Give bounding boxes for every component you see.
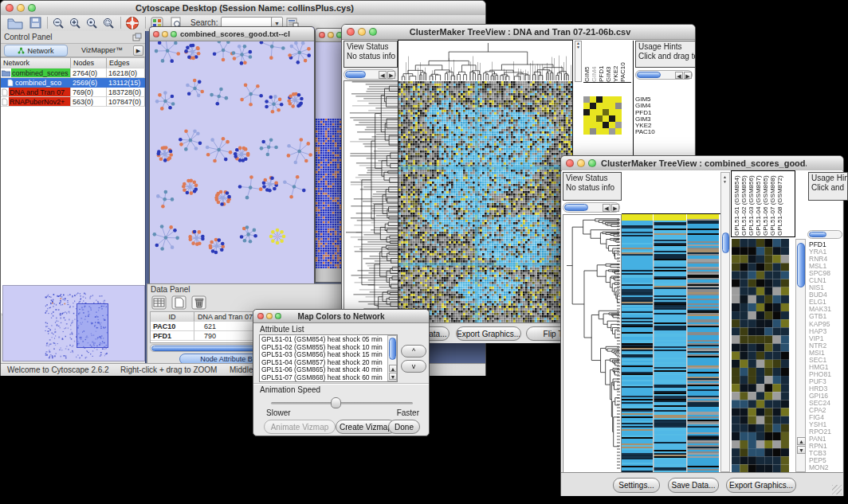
network-canvas[interactable] [150, 28, 312, 270]
mini-vscrollbar[interactable]: ▲▼ [575, 41, 582, 82]
tab-network[interactable]: Network [4, 45, 68, 57]
speed-slider-track[interactable] [271, 402, 413, 404]
network-row[interactable]: DNA and Tran 07 769(0) 183728(0) [1, 88, 145, 97]
close-icon[interactable] [319, 32, 325, 38]
gene-dendrogram[interactable] [344, 80, 399, 323]
zoom-out-icon[interactable] [52, 17, 65, 29]
scroll-up-icon[interactable]: ▲ [389, 365, 397, 372]
col-header-network[interactable]: Network [1, 58, 71, 68]
scroll-left-icon[interactable]: ◀ [675, 72, 683, 79]
attr-col-id[interactable]: ID [151, 312, 194, 322]
zoom-window-icon[interactable] [275, 313, 281, 319]
minimize-icon[interactable] [17, 4, 25, 12]
scroll-right-icon[interactable]: ▶ [611, 204, 619, 212]
window-controls[interactable] [1, 4, 41, 12]
scrollbar-thumb[interactable] [389, 338, 396, 360]
close-icon[interactable] [6, 4, 14, 12]
speed-slider-thumb[interactable] [331, 397, 341, 408]
attribute-list-vscrollbar[interactable]: ▲ ▼ [387, 335, 397, 381]
minimize-icon[interactable] [577, 159, 585, 167]
attribute-listbox[interactable]: GPL51-01 (GSM854) heat shock 05 minGPL51… [259, 334, 398, 382]
create-vizmap-button[interactable]: Create Vizmap [336, 420, 396, 434]
close-icon[interactable] [347, 28, 355, 36]
scrollbar-thumb[interactable] [345, 71, 366, 78]
col-header-nodes[interactable]: Nodes [71, 58, 107, 68]
global-heatmap[interactable] [398, 81, 572, 322]
delete-attribute-icon[interactable] [191, 295, 206, 310]
select-attributes-icon[interactable] [151, 295, 167, 310]
scrollbar-thumb[interactable] [564, 204, 588, 211]
gene-tree-hscrollbar[interactable]: ◀ ▶ [344, 69, 396, 80]
network-overview-canvas[interactable] [2, 285, 145, 361]
save-data-button[interactable]: Save Data... [668, 478, 719, 493]
array-dendrogram[interactable] [398, 41, 572, 80]
minimize-icon[interactable] [358, 28, 366, 36]
network-canvas-2[interactable] [316, 29, 341, 268]
help-lifering-icon[interactable] [125, 16, 139, 30]
minimize-icon[interactable] [162, 31, 168, 37]
save-session-icon[interactable] [29, 17, 42, 29]
close-icon[interactable] [153, 31, 159, 37]
scroll-right-icon[interactable]: ▶ [684, 72, 692, 79]
gene-dendrogram[interactable] [563, 214, 622, 474]
scroll-right-icon[interactable]: ▶ [387, 71, 395, 79]
tab-vizmapper[interactable]: VizMapper™ [74, 45, 130, 55]
network-row[interactable]: RNAPuberNov2+ 563(0) 107847(0) [1, 97, 145, 107]
zoom-in-icon[interactable] [69, 17, 82, 29]
close-icon[interactable] [257, 313, 264, 319]
zoom-heatmap[interactable] [732, 239, 789, 472]
scroll-left-icon[interactable]: ◀ [379, 71, 387, 79]
zoom-hscrollbar[interactable]: ◀ ▶ [635, 70, 693, 80]
scrollbar-thumb[interactable] [722, 232, 729, 253]
done-button[interactable]: Done [388, 420, 420, 434]
treeview-combined-titlebar[interactable]: ClusterMaker TreeView : combined_scores_… [561, 156, 843, 171]
gene-tree-hscrollbar[interactable]: ◀ ▶ [563, 202, 620, 213]
resize-grip[interactable] [832, 485, 842, 494]
animate-vizmap-button[interactable]: Animate Vizmap [264, 420, 336, 434]
minimize-icon[interactable] [266, 313, 273, 319]
scroll-down-icon[interactable]: ▼ [797, 446, 806, 454]
attribute-item[interactable]: GPL51-07 (GSM868) heat shock 60 min [260, 374, 387, 382]
network-row-selected[interactable]: combined_sco 2569(6) 13112(15) [1, 78, 145, 88]
move-down-button[interactable]: v [401, 360, 426, 373]
treeview-dna-titlebar[interactable]: ClusterMaker TreeView : DNA and Tran 07-… [342, 25, 695, 40]
cytoscape-titlebar[interactable]: Cytoscape Desktop (Session Name: collins… [1, 1, 485, 16]
global-heatmap[interactable] [622, 214, 719, 472]
scrollbar-thumb[interactable] [637, 72, 661, 78]
move-up-button[interactable]: ^ [401, 345, 426, 357]
close-icon[interactable] [566, 159, 574, 167]
col-header-edges[interactable]: Edges [107, 58, 145, 68]
create-attribute-icon[interactable] [171, 295, 186, 310]
network-row[interactable]: combined_scores 2764(0) 16218(0) [1, 68, 145, 78]
titlebar[interactable] [316, 29, 343, 42]
slower-label: Slower [266, 408, 291, 417]
zoom-window-icon[interactable] [369, 28, 377, 36]
minimize-icon[interactable] [328, 32, 334, 38]
scroll-left-icon[interactable]: ◀ [603, 204, 610, 212]
col-label: PFD1 [598, 42, 605, 82]
scroll-up-icon[interactable]: ▲ [797, 437, 806, 445]
global-vscrollbar[interactable]: ▲▼ [720, 172, 730, 472]
export-graphics-button[interactable]: Export Graphics... [456, 326, 521, 341]
zoom-heatmap[interactable] [583, 96, 622, 135]
float-panel-icon[interactable] [132, 33, 142, 41]
zoom-window-icon[interactable] [28, 4, 36, 12]
open-session-icon[interactable] [7, 17, 23, 29]
zoom-selected-icon[interactable] [85, 17, 99, 29]
scroll-down-icon[interactable]: ▼ [389, 373, 397, 380]
attribute-items: GPL51-01 (GSM854) heat shock 05 minGPL51… [260, 336, 387, 382]
export-graphics-button[interactable]: Export Graphics... [726, 478, 796, 493]
zoom-fit-icon[interactable] [102, 17, 116, 29]
usage-hints-box: Usage Hints Click and [808, 172, 848, 201]
col-label: GPL51-03 (GSM856) [748, 172, 755, 236]
zoom-vscrollbar[interactable]: ▲ ▼ [795, 239, 806, 472]
network-view-titlebar[interactable]: combined_scores_good.txt--cluste... [150, 27, 314, 41]
label-hscrollbar[interactable] [807, 230, 842, 239]
zoom-window-icon[interactable] [588, 159, 596, 167]
more-tabs-icon[interactable]: ▶ [133, 45, 143, 56]
zoom-window-icon[interactable] [171, 31, 177, 37]
scrollbar-thumb[interactable] [797, 243, 805, 287]
scrollbar-thumb[interactable] [809, 232, 826, 237]
settings-button[interactable]: Settings... [613, 478, 660, 493]
map-colors-titlebar[interactable]: Map Colors to Network [253, 310, 429, 323]
